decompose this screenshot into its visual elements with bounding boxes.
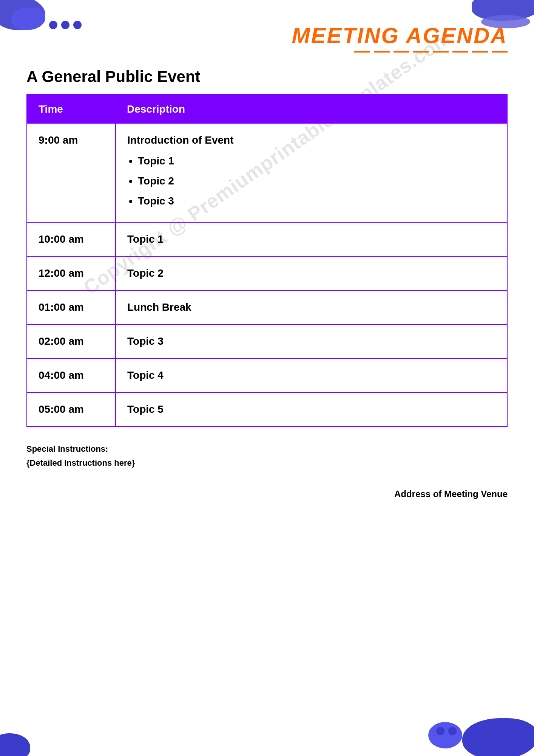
title-underline xyxy=(26,51,508,53)
special-instructions: Special Instructions: {Detailed Instruct… xyxy=(26,442,508,470)
cell-description: Topic 4 xyxy=(116,358,507,392)
table-row: 9:00 amIntroduction of EventTopic 1Topic… xyxy=(27,124,507,222)
table-row: 05:00 amTopic 5 xyxy=(27,392,507,426)
cell-description: Lunch Break xyxy=(116,290,507,324)
cell-time: 04:00 am xyxy=(27,358,116,392)
cell-description: Topic 1 xyxy=(116,222,507,256)
col-header-description: Description xyxy=(116,94,507,124)
cell-description: Topic 3 xyxy=(116,324,507,358)
meeting-address: Address of Meeting Venue xyxy=(26,489,508,499)
cell-description: Introduction of EventTopic 1Topic 2Topic… xyxy=(116,124,507,222)
table-row: 12:00 amTopic 2 xyxy=(27,256,507,290)
table-row: 01:00 amLunch Break xyxy=(27,290,507,324)
cell-time: 01:00 am xyxy=(27,290,116,324)
cell-time: 05:00 am xyxy=(27,392,116,426)
cell-time: 10:00 am xyxy=(27,222,116,256)
deco-bottom-left xyxy=(0,726,45,756)
page-title: MEETING AGENDA xyxy=(26,23,508,48)
table-row: 10:00 amTopic 1 xyxy=(27,222,507,256)
table-row: 04:00 amTopic 4 xyxy=(27,358,507,392)
list-item: Topic 1 xyxy=(138,151,495,171)
agenda-table: Time Description 9:00 amIntroduction of … xyxy=(26,94,508,427)
intro-list: Topic 1Topic 2Topic 3 xyxy=(127,151,495,211)
list-item: Topic 2 xyxy=(138,171,495,191)
header: MEETING AGENDA xyxy=(26,11,508,53)
table-header-row: Time Description xyxy=(27,94,507,124)
special-instructions-label: Special Instructions: xyxy=(26,442,508,456)
col-header-time: Time xyxy=(27,94,116,124)
list-item: Topic 3 xyxy=(138,191,495,211)
intro-title: Introduction of Event xyxy=(127,134,495,146)
event-name: A General Public Event xyxy=(26,68,508,86)
cell-time: 12:00 am xyxy=(27,256,116,290)
special-instructions-value: {Detailed Instructions here} xyxy=(26,456,508,470)
deco-bottom-right xyxy=(421,703,534,756)
cell-time: 9:00 am xyxy=(27,124,116,222)
cell-description: Topic 2 xyxy=(116,256,507,290)
table-row: 02:00 amTopic 3 xyxy=(27,324,507,358)
cell-description: Topic 5 xyxy=(116,392,507,426)
cell-time: 02:00 am xyxy=(27,324,116,358)
